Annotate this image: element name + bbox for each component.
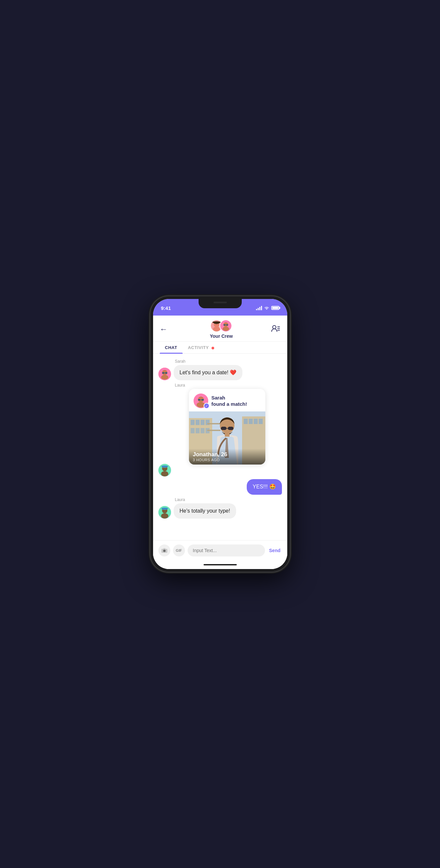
svg-rect-52 bbox=[162, 466, 168, 467]
status-bar: 9:41 bbox=[153, 299, 287, 315]
match-card-text: Sarah found a match! bbox=[211, 395, 247, 407]
match-card-header: ✓ Sarah found a match! bbox=[189, 389, 265, 411]
svg-point-60 bbox=[164, 550, 165, 552]
svg-rect-42 bbox=[207, 423, 221, 424]
match-check-icon: ✓ bbox=[204, 403, 209, 409]
tabs: CHAT ACTIVITY bbox=[153, 342, 287, 354]
svg-rect-47 bbox=[225, 433, 230, 437]
svg-point-7 bbox=[223, 327, 230, 331]
svg-rect-29 bbox=[196, 420, 200, 425]
svg-rect-24 bbox=[198, 399, 201, 401]
message-group-1: Sarah bbox=[158, 359, 282, 380]
signal-icon bbox=[256, 306, 262, 310]
svg-rect-44 bbox=[221, 427, 227, 430]
sender-name-laura-2: Laura bbox=[175, 497, 282, 502]
message-row-2: ✓ Sarah found a match! bbox=[158, 389, 282, 465]
back-button[interactable]: ← bbox=[160, 324, 172, 334]
camera-button[interactable] bbox=[158, 545, 170, 556]
svg-rect-32 bbox=[190, 428, 195, 433]
svg-point-11 bbox=[273, 326, 276, 329]
match-card[interactable]: ✓ Sarah found a match! bbox=[189, 389, 265, 465]
send-button[interactable]: Send bbox=[268, 548, 282, 553]
activity-notification-dot bbox=[211, 347, 214, 349]
phone-frame: 9:41 bbox=[150, 296, 290, 572]
svg-rect-18 bbox=[162, 372, 165, 374]
svg-rect-39 bbox=[254, 419, 258, 424]
svg-rect-34 bbox=[201, 428, 205, 433]
svg-rect-61 bbox=[164, 548, 165, 549]
svg-rect-33 bbox=[196, 428, 200, 433]
svg-rect-37 bbox=[244, 419, 248, 424]
match-time: 3 HOURS AGO bbox=[193, 458, 261, 462]
match-photo: Jonathan, 26 3 HOURS AGO bbox=[189, 411, 265, 465]
home-indicator bbox=[153, 560, 287, 569]
input-bar: GIF Send bbox=[153, 540, 287, 560]
messages-area: Sarah bbox=[153, 354, 287, 540]
sarah-avatar bbox=[158, 368, 171, 380]
svg-point-55 bbox=[161, 513, 168, 519]
svg-rect-38 bbox=[249, 419, 253, 424]
message-row-4: He's totally your type! bbox=[158, 503, 282, 519]
notch-speaker bbox=[213, 302, 227, 303]
message-input[interactable] bbox=[187, 545, 265, 556]
match-info-overlay: Jonathan, 26 3 HOURS AGO bbox=[189, 448, 265, 465]
tab-chat[interactable]: CHAT bbox=[160, 342, 183, 353]
message-group-3: YES!!! 🤩 bbox=[158, 479, 282, 494]
svg-point-50 bbox=[161, 471, 168, 476]
svg-rect-28 bbox=[190, 420, 195, 425]
header: ← bbox=[153, 315, 287, 342]
svg-point-2 bbox=[213, 327, 220, 332]
phone-screen: 9:41 bbox=[153, 299, 287, 569]
header-title: Your Crew bbox=[210, 334, 233, 339]
home-bar bbox=[204, 564, 237, 565]
match-name: Jonathan, 26 bbox=[193, 451, 261, 458]
message-group-2: Laura bbox=[158, 383, 282, 465]
svg-rect-41 bbox=[207, 430, 221, 431]
svg-rect-9 bbox=[226, 324, 228, 326]
notch bbox=[199, 299, 242, 308]
message-group-4: Laura bbox=[158, 497, 282, 519]
status-time: 9:41 bbox=[161, 305, 171, 311]
svg-rect-8 bbox=[224, 324, 226, 326]
laura-avatar-row bbox=[158, 464, 282, 476]
header-center: Your Crew bbox=[210, 319, 233, 339]
match-avatar-wrapper: ✓ bbox=[194, 394, 208, 408]
message-bubble-1: Let's find you a date! ❤️ bbox=[174, 365, 243, 380]
svg-rect-40 bbox=[259, 419, 263, 424]
svg-rect-57 bbox=[162, 508, 168, 509]
battery-icon bbox=[271, 306, 279, 310]
gif-button[interactable]: GIF bbox=[173, 545, 185, 556]
svg-rect-19 bbox=[165, 372, 167, 374]
app-content: ← bbox=[153, 315, 287, 569]
message-row-1: Let's find you a date! ❤️ bbox=[158, 365, 282, 380]
crew-avatars bbox=[210, 319, 232, 332]
phone-wrapper: 9:41 bbox=[150, 296, 290, 572]
status-icons bbox=[256, 305, 279, 311]
svg-rect-25 bbox=[201, 399, 204, 401]
people-icon[interactable] bbox=[271, 324, 280, 334]
message-row-3: YES!!! 🤩 bbox=[158, 479, 282, 494]
svg-point-4 bbox=[212, 321, 221, 323]
wifi-icon bbox=[264, 305, 269, 311]
message-bubble-4: He's totally your type! bbox=[174, 503, 236, 519]
message-bubble-3: YES!!! 🤩 bbox=[247, 479, 282, 494]
svg-rect-45 bbox=[228, 427, 233, 430]
sender-name-laura-1: Laura bbox=[175, 383, 282, 388]
svg-rect-30 bbox=[201, 420, 205, 425]
sender-name-sarah: Sarah bbox=[175, 359, 282, 364]
laura-avatar-2 bbox=[158, 506, 171, 519]
svg-point-17 bbox=[161, 375, 168, 380]
crew-avatar-laura bbox=[219, 319, 232, 332]
laura-avatar bbox=[158, 464, 171, 476]
tab-activity[interactable]: ACTIVITY bbox=[183, 342, 219, 353]
